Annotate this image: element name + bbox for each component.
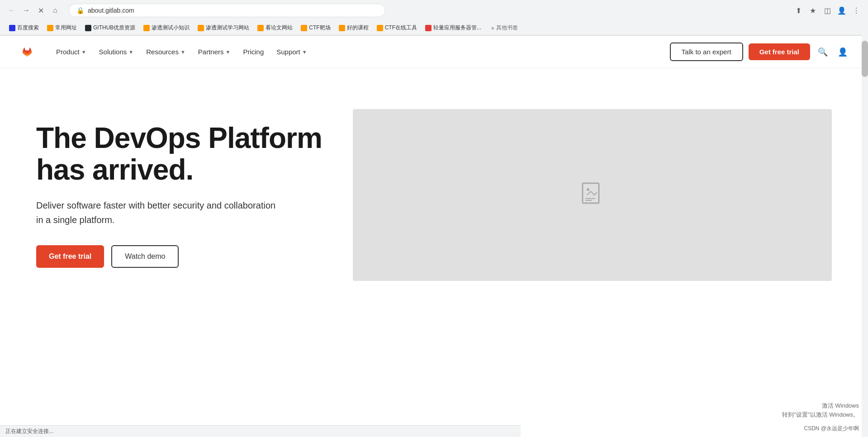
bookmark-ctftools[interactable]: CTF在线工具 [373,23,421,33]
bookmark-label: 百度搜索 [17,24,39,32]
partners-chevron: ▼ [226,49,231,55]
broken-image-placeholder [582,182,603,208]
common-favicon [47,25,53,31]
partners-label: Partners [198,48,224,56]
bookmark-label: 其他书签 [496,24,518,32]
hero-buttons: Get free trial Watch demo [36,245,326,268]
browser-actions: ⬆ ★ ◫ 👤 ⋮ [792,4,863,17]
ctftools-favicon [377,25,383,31]
reload-button[interactable]: ✕ [34,4,47,17]
solutions-label: Solutions [99,48,127,56]
share-button[interactable]: ⬆ [792,4,805,17]
baidu-favicon [9,25,15,31]
nav-pricing[interactable]: Pricing [237,44,269,59]
bookmark-more[interactable]: » 其他书签 [488,23,522,33]
bookmark-label: 轻量应用服务器管... [433,24,481,32]
nav-support[interactable]: Support ▼ [271,44,312,59]
support-chevron: ▼ [302,49,307,55]
bookmark-label: 好的课程 [347,24,369,32]
pentest2-favicon [198,25,204,31]
watch-demo-button[interactable]: Watch demo [111,245,179,268]
hero-title: The DevOps Platform has arrived. [36,122,326,186]
product-chevron: ▼ [81,49,86,55]
bookmark-label: 常用网址 [55,24,77,32]
lock-icon: 🔒 [76,7,84,14]
bookmark-label: CTF靶场 [309,24,330,32]
hero-section: The DevOps Platform has arrived. Deliver… [0,68,868,304]
forward-button[interactable]: → [20,4,33,17]
user-button[interactable]: 👤 [835,45,850,59]
bookmark-button[interactable]: ★ [806,4,819,17]
scrollbar-thumb[interactable] [862,41,868,77]
bookmark-label: 渗透测试小知识 [152,24,190,32]
scrollbar-track[interactable] [862,0,868,307]
site-wrapper: Product ▼ Solutions ▼ Resources ▼ Partne… [0,36,868,307]
ctf-favicon [301,25,307,31]
bookmark-label: GITHUB优质资源 [93,24,135,32]
product-label: Product [56,48,80,56]
bookmark-pentest1[interactable]: 渗透测试小知识 [140,23,193,33]
nav-resources[interactable]: Resources ▼ [141,44,191,59]
solutions-chevron: ▼ [128,49,133,55]
bookmark-baidu[interactable]: 百度搜索 [5,23,43,33]
bookmark-label: CTF在线工具 [385,24,417,32]
nav-solutions[interactable]: Solutions ▼ [94,44,139,59]
browser-chrome: ← → ✕ ⌂ 🔒 about.gitlab.com ⬆ ★ ◫ 👤 ⋮ 百度搜… [0,0,868,36]
search-button[interactable]: 🔍 [816,45,830,59]
pentest1-favicon [143,25,150,31]
extensions-button[interactable]: ◫ [821,4,834,17]
nav-partners[interactable]: Partners ▼ [193,44,236,59]
nav-product[interactable]: Product ▼ [51,44,92,59]
bookmark-server[interactable]: 轻量应用服务器管... [422,23,485,33]
nav-links: Product ▼ Solutions ▼ Resources ▼ Partne… [51,44,670,59]
resources-chevron: ▼ [180,49,185,55]
nav-buttons: ← → ✕ ⌂ [5,4,62,17]
bookmarks-bar: 百度搜索 常用网址 GITHUB优质资源 渗透测试小知识 渗透测试学习网站 看论… [0,21,868,35]
bookmark-label: 看论文网站 [266,24,293,32]
bookmark-github[interactable]: GITHUB优质资源 [81,23,139,33]
profile-button[interactable]: 👤 [835,4,848,17]
hero-subtitle: Deliver software faster with better secu… [36,198,280,227]
courses-favicon [339,25,345,31]
get-trial-nav-button[interactable]: Get free trial [749,43,810,60]
bookmark-label: » [491,25,494,31]
back-button[interactable]: ← [5,4,18,17]
site-nav: Product ▼ Solutions ▼ Resources ▼ Partne… [0,36,868,68]
papers-favicon [257,25,264,31]
server-favicon [425,25,432,31]
svg-point-1 [587,188,589,191]
hero-content: The DevOps Platform has arrived. Deliver… [36,122,326,268]
hero-image [353,109,832,281]
bookmark-label: 渗透测试学习网站 [206,24,249,32]
bookmark-papers[interactable]: 看论文网站 [254,23,296,33]
resources-label: Resources [146,48,179,56]
bookmark-courses[interactable]: 好的课程 [335,23,372,33]
bookmark-ctf[interactable]: CTF靶场 [297,23,334,33]
nav-actions: Talk to an expert Get free trial 🔍 👤 [670,43,850,61]
browser-toolbar: ← → ✕ ⌂ 🔒 about.gitlab.com ⬆ ★ ◫ 👤 ⋮ [0,0,868,21]
gitlab-logo[interactable] [18,43,36,61]
github-favicon [85,25,91,31]
menu-button[interactable]: ⋮ [850,4,863,17]
url-text: about.gitlab.com [88,7,134,14]
pricing-label: Pricing [243,48,264,56]
home-button[interactable]: ⌂ [49,4,62,17]
bookmark-pentest2[interactable]: 渗透测试学习网站 [194,23,253,33]
get-trial-hero-button[interactable]: Get free trial [36,245,104,268]
support-label: Support [276,48,300,56]
talk-expert-button[interactable]: Talk to an expert [670,43,743,61]
address-bar[interactable]: 🔒 about.gitlab.com [69,4,385,17]
bookmark-common[interactable]: 常用网址 [43,23,81,33]
